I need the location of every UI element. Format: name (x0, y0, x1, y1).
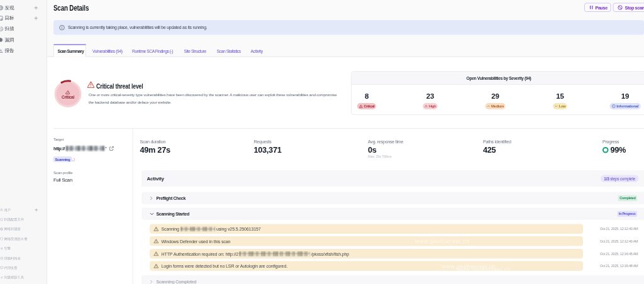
severity-informational-column: 19 Informational (597, 85, 644, 115)
page-title: Scan Details (53, 3, 89, 13)
tab-activity[interactable]: Activity (251, 45, 263, 57)
in-progress-badge: In Progress (618, 211, 637, 217)
card-title: Open Vulnerabilities by Severity (94) (352, 72, 644, 84)
scan-details-page: 发现 目标 扫描 漏洞 (0, 0, 644, 284)
pause-icon (590, 6, 594, 10)
critical-warning-icon (87, 81, 95, 88)
high-badge[interactable]: High (423, 103, 438, 109)
sidebar-item-network-scanner[interactable]: 网络扫描器 (0, 225, 47, 234)
sidebar-item-waf[interactable]: 网络应用防火墙 (0, 234, 47, 243)
sidebar-item-users[interactable]: 用户 (0, 205, 47, 214)
sidebar-item-scan-profiles[interactable]: 扫描配置文件 (0, 216, 47, 224)
event-row: Login forms were detected but no LSR or … (150, 261, 583, 271)
scan-profile-value: Full Scan (53, 177, 72, 183)
sidebar-item-discovery[interactable]: 发现 (0, 3, 47, 13)
progress-ring-icon (602, 147, 609, 154)
users-icon (0, 208, 4, 212)
scanning-started-label: Scanning Started (157, 211, 189, 216)
threat-gauge: Critical (53, 79, 83, 109)
activity-title: Activity (147, 170, 164, 187)
scan-status-label: Scanning (55, 157, 70, 161)
event-timestamp: Oct 21, 2025, 12:16:48 AM (588, 261, 638, 271)
threat-description-line2: the backend database and/or deface your … (89, 100, 172, 104)
target-url[interactable]: http:// ’ (53, 145, 114, 151)
sidebar-item-label: 发现 (5, 5, 14, 11)
event-text: Scanning (162, 226, 179, 231)
network-scanner-icon (0, 227, 4, 231)
sidebar-item-targets[interactable]: 目标 (0, 13, 47, 23)
low-badge[interactable]: Low (553, 103, 567, 109)
stop-scan-button[interactable]: Stop scan (613, 3, 644, 13)
proxy-settings-icon (0, 266, 4, 270)
banner-text: Scanning is currently taking place, vuln… (68, 25, 207, 30)
informational-count: 19 (597, 92, 644, 101)
chevron-right-icon[interactable] (150, 196, 153, 200)
sidebar-item-proxy-settings[interactable]: 代理设置 (0, 263, 47, 272)
stop-scan-button-label: Stop scan (625, 5, 644, 10)
paths-identified-value: 425 (483, 145, 496, 155)
add-target-icon[interactable] (34, 16, 38, 21)
max-response-time: Max: 25s 769ms (368, 155, 392, 158)
sidebar-item-scans[interactable]: 扫描 (0, 24, 47, 34)
sidebar-item-label: 漏洞 (5, 37, 14, 43)
critical-count: 8 (351, 92, 395, 101)
event-timestamp: Oct 21, 2025, 12:12:40 AM (588, 224, 638, 234)
sidebar-item-vulnerabilities[interactable]: 漏洞 (0, 35, 47, 45)
event-row: Windows Defender used in this scan www.g… (150, 236, 583, 246)
external-link-icon[interactable] (109, 146, 114, 151)
sidebar-item-label: 报告 (5, 48, 14, 54)
chevron-right-icon[interactable] (150, 280, 153, 284)
issue-trackers-icon (0, 276, 4, 280)
sidebar-item-label: 网络应用防火墙 (4, 237, 28, 241)
sidebar-item-label: 问题跟踪工具 (4, 275, 25, 280)
info-icon (59, 25, 65, 30)
informational-badge[interactable]: Informational (609, 103, 640, 109)
high-count: 23 (402, 92, 458, 101)
tab-scan-summary-label[interactable]: Scan Summary (58, 45, 84, 57)
medium-badge[interactable]: Medium (486, 103, 506, 109)
severity-medium-column: 29 Medium (467, 85, 524, 115)
low-badge-label: Low (559, 104, 566, 109)
scan-profile-label: Scan profile (53, 170, 73, 175)
pause-button[interactable]: Pause (584, 3, 611, 13)
open-vulnerabilities-card: Open Vulnerabilities by Severity (94) 8 … (351, 71, 644, 115)
pause-button-label: Pause (596, 5, 608, 10)
chevron-down-icon[interactable] (150, 212, 154, 216)
steps-count: 1/3 (604, 177, 609, 182)
sidebar-item-excluded-hours[interactable]: 排除时间表 (0, 254, 47, 263)
preflight-check-row[interactable]: Preflight Check Completed (142, 192, 644, 205)
sidebar-item-label: 扫描 (5, 26, 14, 32)
censored-text (180, 226, 216, 231)
add-user-icon[interactable] (35, 208, 38, 212)
progress-value: 99% (611, 145, 626, 155)
event-timestamp: Oct 21, 2025, 12:12:40 AM (588, 236, 638, 246)
scanning-completed-row[interactable]: Scanning Completed (142, 275, 644, 284)
severity-low-column: 15 Low (532, 85, 589, 115)
sidebar-item-reports[interactable]: 报告 (0, 46, 47, 56)
sidebar-item-engines[interactable]: 引擎 (0, 244, 47, 253)
scanning-started-row[interactable]: Scanning Started In Progress (142, 208, 644, 221)
add-discovery-icon[interactable] (34, 6, 38, 10)
steps-text: steps complete (609, 177, 635, 182)
sidebar-item-issue-trackers[interactable]: 问题跟踪工具 (0, 273, 47, 282)
tab-scan-statistics[interactable]: Scan Statistics (217, 45, 241, 57)
completed-badge: Completed (618, 195, 637, 202)
watermark: www.geekserver.cn (457, 266, 511, 273)
event-row: Scanning using v25.5.250613157 (150, 224, 583, 234)
status-spinner-icon (72, 158, 75, 162)
threat-description-line1: One or more critical-severity type vulne… (89, 92, 337, 97)
tab-vulnerabilities[interactable]: Vulnerabilities (94) (92, 45, 123, 57)
tab-site-structure[interactable]: Site Structure (184, 45, 206, 57)
sidebar-item-label: 代理设置 (4, 266, 18, 270)
card-header: Open Vulnerabilities by Severity (94) (352, 72, 644, 85)
waf-icon (0, 237, 4, 241)
tab-runtime-sca-findings[interactable]: Runtime SCA Findings (-) (132, 45, 173, 57)
medium-badge-label: Medium (491, 104, 504, 109)
targets-icon (0, 16, 4, 21)
warning-icon (153, 239, 159, 244)
informational-badge-label: Informational (616, 104, 638, 109)
severity-critical-column: 8 Critical (351, 85, 395, 115)
avg-response-time-label: Avg. response time (368, 139, 403, 145)
severity-high-column: 23 High (402, 85, 458, 115)
critical-badge[interactable]: Critical (357, 103, 376, 109)
